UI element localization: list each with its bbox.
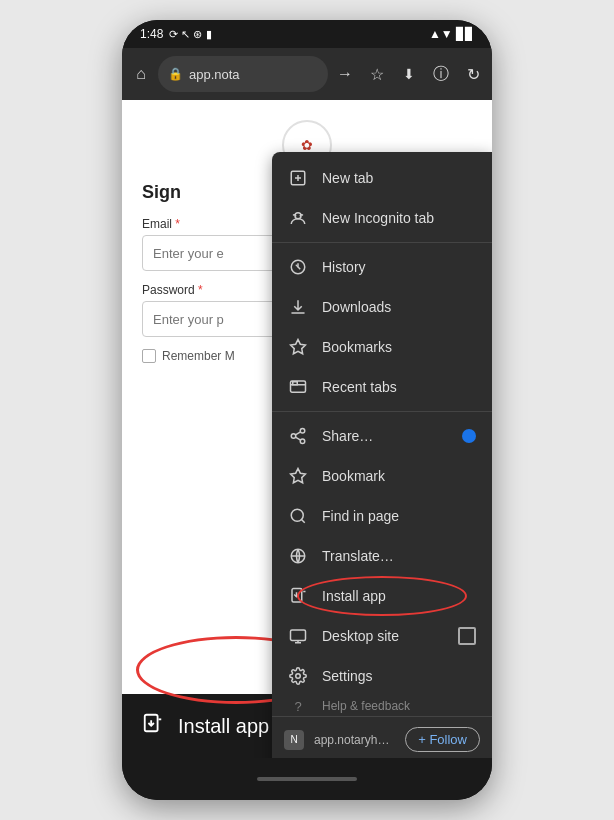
incognito-label: New Incognito tab (322, 210, 476, 226)
home-indicator (257, 777, 357, 781)
remember-checkbox[interactable] (142, 349, 156, 363)
svg-line-15 (295, 437, 300, 440)
desktop-site-label: Desktop site (322, 628, 444, 644)
svg-rect-25 (291, 630, 306, 641)
forward-icon[interactable]: → (334, 63, 356, 85)
history-icon (288, 257, 308, 277)
menu-item-find[interactable]: Find in page (272, 496, 492, 536)
site-url: app.notaryh… (314, 733, 395, 747)
install-bar-icon (142, 712, 164, 740)
svg-line-16 (295, 432, 300, 435)
menu-item-history[interactable]: History (272, 247, 492, 287)
menu-item-help[interactable]: ? Help & feedback (272, 696, 492, 716)
bookmarks-icon (288, 337, 308, 357)
menu-item-translate[interactable]: Translate… (272, 536, 492, 576)
incognito-icon (288, 208, 308, 228)
menu-footer: N app.notaryh… + Follow (272, 716, 492, 758)
history-label: History (322, 259, 476, 275)
info-icon[interactable]: ⓘ (430, 63, 452, 85)
menu-divider-2 (272, 411, 492, 412)
svg-point-18 (291, 509, 303, 521)
svg-line-19 (301, 519, 304, 522)
menu-item-settings[interactable]: Settings (272, 656, 492, 696)
menu-divider-1 (272, 242, 492, 243)
menu-item-recent-tabs[interactable]: Recent tabs (272, 367, 492, 407)
desktop-site-checkbox[interactable] (458, 627, 476, 645)
page-title: Sign (142, 182, 181, 202)
menu-item-install-app[interactable]: Install app (272, 576, 492, 616)
browser-chrome: ⌂ 🔒 app.nota → ☆ ⬇ ⓘ ↻ (122, 48, 492, 100)
download-icon[interactable]: ⬇ (398, 63, 420, 85)
install-bar-label: Install app (178, 715, 269, 738)
recent-tabs-label: Recent tabs (322, 379, 476, 395)
browser-toolbar: → ☆ ⬇ ⓘ ↻ (334, 63, 484, 85)
svg-point-12 (300, 429, 305, 434)
translate-icon (288, 546, 308, 566)
bottom-nav (122, 758, 492, 800)
follow-button[interactable]: + Follow (405, 727, 480, 752)
svg-marker-17 (291, 469, 306, 483)
url-text: app.nota (189, 67, 240, 82)
status-icons: ⟳ ↖ ⊛ ▮ (169, 28, 211, 41)
svg-point-14 (300, 439, 305, 444)
install-app-icon (288, 586, 308, 606)
time: 1:48 (140, 27, 163, 41)
find-icon (288, 506, 308, 526)
phone-container: 1:48 ⟳ ↖ ⊛ ▮ ▲▼ ▊▊ ⌂ 🔒 app.nota → ☆ ⬇ ⓘ … (122, 20, 492, 800)
svg-point-28 (296, 674, 301, 679)
find-label: Find in page (322, 508, 476, 524)
recent-tabs-icon (288, 377, 308, 397)
downloads-label: Downloads (322, 299, 476, 315)
status-bar: 1:48 ⟳ ↖ ⊛ ▮ ▲▼ ▊▊ (122, 20, 492, 48)
context-menu: New tab New Incognito tab (272, 152, 492, 758)
lock-icon: 🔒 (168, 67, 183, 81)
settings-label: Settings (322, 668, 476, 684)
downloads-icon (288, 297, 308, 317)
bookmark-label: Bookmark (322, 468, 476, 484)
translate-label: Translate… (322, 548, 476, 564)
menu-item-bookmark[interactable]: Bookmark (272, 456, 492, 496)
bookmarks-label: Bookmarks (322, 339, 476, 355)
share-label: Share… (322, 428, 448, 444)
status-left: 1:48 ⟳ ↖ ⊛ ▮ (140, 27, 212, 41)
desktop-site-icon (288, 626, 308, 646)
home-icon[interactable]: ⌂ (130, 63, 152, 85)
help-label: Help & feedback (322, 699, 476, 713)
svg-point-13 (291, 434, 296, 439)
refresh-icon[interactable]: ↻ (462, 63, 484, 85)
new-tab-icon (288, 168, 308, 188)
signal-icon: ▲▼ ▊▊ (429, 27, 474, 41)
svg-rect-11 (293, 382, 298, 385)
status-right: ▲▼ ▊▊ (429, 27, 474, 41)
page-content: ✿ Sign Email * Password * Reme (122, 100, 492, 758)
menu-item-new-incognito[interactable]: New Incognito tab (272, 198, 492, 238)
star-icon[interactable]: ☆ (366, 63, 388, 85)
share-icon (288, 426, 308, 446)
menu-item-new-tab[interactable]: New tab (272, 158, 492, 198)
menu-item-downloads[interactable]: Downloads (272, 287, 492, 327)
help-icon: ? (288, 696, 308, 716)
site-favicon: N (284, 730, 304, 750)
url-bar[interactable]: 🔒 app.nota (158, 56, 328, 92)
install-app-label: Install app (322, 588, 476, 604)
new-tab-label: New tab (322, 170, 476, 186)
menu-item-bookmarks[interactable]: Bookmarks (272, 327, 492, 367)
remember-label: Remember M (162, 349, 235, 363)
bookmark-icon (288, 466, 308, 486)
menu-item-share[interactable]: Share… (272, 416, 492, 456)
menu-item-desktop-site[interactable]: Desktop site (272, 616, 492, 656)
svg-marker-8 (291, 340, 306, 354)
settings-icon (288, 666, 308, 686)
share-badge (462, 429, 476, 443)
